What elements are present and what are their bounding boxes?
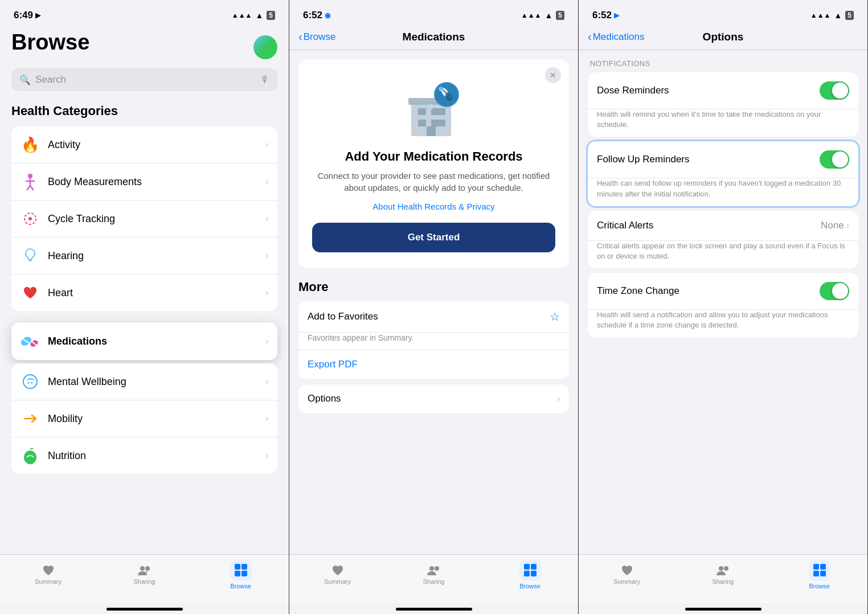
svg-rect-29 <box>428 105 435 107</box>
tab-sharing-3[interactable]: Sharing <box>675 564 771 585</box>
critical-alerts-desc: Critical alerts appear on the lock scree… <box>588 241 858 268</box>
category-item-nutrition[interactable]: Nutrition › <box>11 437 277 474</box>
critical-alerts-label: Critical Alerts <box>597 220 821 231</box>
tab-browse-1[interactable]: Browse <box>193 559 289 590</box>
svg-rect-26 <box>437 120 445 126</box>
tab-sharing-1[interactable]: Sharing <box>96 564 193 585</box>
signal-icon-2: ▲▲▲ <box>521 11 542 19</box>
category-list: 🔥 Activity › <box>11 126 277 311</box>
options-content: NOTIFICATIONS Dose Reminders Health will… <box>579 50 867 554</box>
svg-point-17 <box>140 566 145 571</box>
svg-rect-24 <box>418 120 426 126</box>
category-item-mobility[interactable]: Mobility › <box>11 400 277 437</box>
category-label-body: Body Measurements <box>48 176 265 188</box>
mic-icon[interactable]: 🎙 <box>260 75 269 85</box>
options-item[interactable]: Options › <box>298 384 569 413</box>
tab-bar-2: Summary Sharing <box>289 554 578 603</box>
follow-up-toggle[interactable] <box>820 150 849 169</box>
tab-browse-3[interactable]: Browse <box>771 559 867 590</box>
svg-point-7 <box>29 259 31 261</box>
add-favorites-item[interactable]: Add to Favorites ☆ <box>298 301 569 333</box>
category-label-hearing: Hearing <box>48 250 265 262</box>
nav-title-3: Options <box>703 31 744 43</box>
export-pdf-label: Export PDF <box>308 359 560 370</box>
tab-summary-2[interactable]: Summary <box>289 564 386 585</box>
nav-bar-3: ‹ Medications Options <box>579 25 867 50</box>
chevron-hearing: › <box>265 251 268 261</box>
svg-point-38 <box>429 566 434 571</box>
star-icon: ☆ <box>550 310 560 324</box>
active-category-container: Medications › <box>11 322 277 360</box>
activity-icon: 🔥 <box>21 135 40 154</box>
tab-label-sharing-3: Sharing <box>713 578 734 585</box>
med-hero-link[interactable]: About Health Records & Privacy <box>372 202 494 211</box>
category-list-2: Mental Wellbeing › Mobility › <box>11 363 277 474</box>
summary-icon-2 <box>331 564 345 576</box>
section-title: Health Categories <box>11 104 277 118</box>
category-item-heart[interactable]: Heart › <box>11 275 277 311</box>
body-icon <box>21 172 40 191</box>
dose-reminders-toggle[interactable] <box>820 81 849 100</box>
category-item-hearing[interactable]: Hearing › <box>11 238 277 275</box>
browse-header: Browse <box>11 25 277 68</box>
svg-point-0 <box>28 174 32 178</box>
critical-alerts-card: Critical Alerts None › Critical alerts a… <box>588 211 858 268</box>
browse-box-2 <box>519 559 541 581</box>
options-arrow-icon: › <box>557 394 560 404</box>
dose-reminders-row: Dose Reminders <box>588 72 858 109</box>
category-item-body[interactable]: Body Measurements › <box>11 163 277 200</box>
tab-summary-1[interactable]: Summary <box>0 564 96 585</box>
options-label: Options <box>308 393 557 404</box>
category-item-cycle[interactable]: Cycle Tracking › <box>11 200 277 238</box>
follow-up-row: Follow Up Reminders <box>588 141 858 178</box>
browse-title: Browse <box>11 31 89 55</box>
svg-point-40 <box>719 566 723 571</box>
more-list: Add to Favorites ☆ Favorites appear in S… <box>298 301 569 379</box>
category-label-cycle: Cycle Tracking <box>48 213 265 225</box>
timezone-toggle[interactable] <box>820 282 849 300</box>
nav-back-2[interactable]: ‹ Browse <box>298 30 335 43</box>
category-item-mental[interactable]: Mental Wellbeing › <box>11 363 277 400</box>
follow-up-label: Follow Up Reminders <box>597 154 820 165</box>
tab-browse-2[interactable]: Browse <box>482 559 578 590</box>
critical-alerts-row[interactable]: Critical Alerts None › <box>588 211 858 241</box>
home-indicator-2 <box>396 608 472 611</box>
timezone-desc: Health will send a notification and allo… <box>588 310 858 337</box>
tab-label-summary-3: Summary <box>613 578 640 585</box>
critical-alerts-value: None <box>821 220 844 231</box>
search-icon: 🔍 <box>19 75 31 85</box>
export-pdf-item[interactable]: Export PDF <box>298 350 569 379</box>
avatar[interactable] <box>253 35 277 59</box>
dose-reminders-knob <box>832 83 848 99</box>
favorites-sub-container: Favorites appear in Summary. <box>298 333 569 350</box>
svg-point-15 <box>31 382 33 384</box>
category-item-activity[interactable]: 🔥 Activity › <box>11 126 277 163</box>
tab-summary-3[interactable]: Summary <box>579 564 675 585</box>
status-bar-1: 6:49 ▶ ▲▲▲ ▲ 5 <box>0 0 289 25</box>
phone-screen-3: 6:52 ▶ ▲▲▲ ▲ 5 ‹ Medications Options NOT… <box>579 0 868 614</box>
svg-rect-21 <box>418 108 426 115</box>
hearing-icon <box>21 246 40 265</box>
back-arrow-3: ‹ <box>588 30 592 43</box>
close-button[interactable]: ✕ <box>545 67 561 83</box>
battery-icon-1: 5 <box>267 11 275 20</box>
back-label-2: Browse <box>304 31 336 43</box>
browse-grid-icon-2 <box>524 564 537 576</box>
tab-label-summary-1: Summary <box>35 578 62 585</box>
signal-icon-3: ▲▲▲ <box>810 11 831 19</box>
phone-screen-2: 6:52 ◉ ▲▲▲ ▲ 5 ‹ Browse Medications ✕ <box>289 0 579 614</box>
timezone-knob <box>832 283 848 299</box>
chevron-medications: › <box>265 336 268 346</box>
home-indicator-3 <box>685 608 761 611</box>
browse-grid-icon-3 <box>813 564 826 576</box>
nav-back-3[interactable]: ‹ Medications <box>588 30 644 43</box>
category-item-medications[interactable]: Medications › <box>11 322 277 360</box>
svg-point-39 <box>435 566 439 571</box>
get-started-button[interactable]: Get Started <box>312 223 555 252</box>
search-bar[interactable]: 🔍 Search 🎙 <box>11 68 277 91</box>
chevron-mental: › <box>265 376 268 387</box>
tab-label-browse-2: Browse <box>519 583 541 590</box>
wifi-icon-1: ▲ <box>255 11 263 20</box>
tab-sharing-2[interactable]: Sharing <box>386 564 482 585</box>
svg-text:+: + <box>440 88 442 92</box>
